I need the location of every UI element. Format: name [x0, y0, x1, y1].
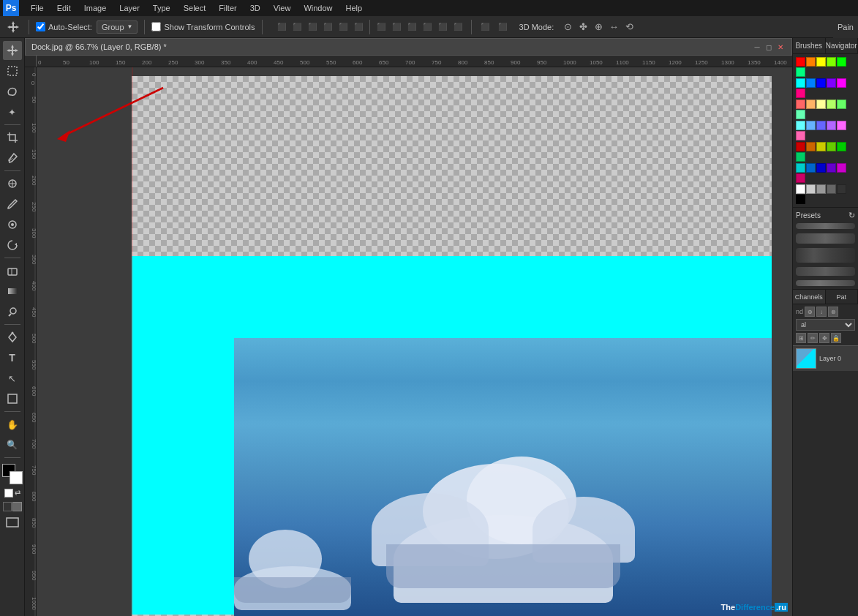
- menu-layer[interactable]: Layer: [113, 2, 146, 14]
- show-transform-checkbox[interactable]: Show Transform Controls: [151, 22, 255, 31]
- tab-brushes[interactable]: Brushes: [793, 38, 826, 53]
- swatch-rose[interactable]: [796, 89, 805, 98]
- swatch-med-gray[interactable]: [816, 184, 826, 194]
- swatch-lt-green[interactable]: [837, 99, 846, 109]
- show-transform-input[interactable]: [151, 22, 161, 31]
- healing-brush-tool[interactable]: [3, 174, 22, 193]
- pen-tool[interactable]: [3, 328, 22, 347]
- menu-select[interactable]: Select: [178, 2, 212, 14]
- menu-file[interactable]: File: [25, 2, 50, 14]
- arrange-icon[interactable]: ⬛: [478, 20, 492, 34]
- layer-thumbnail[interactable]: [796, 348, 816, 369]
- restore-button[interactable]: ◻: [764, 42, 774, 52]
- ruler-corner[interactable]: [25, 56, 37, 67]
- swatch-violet[interactable]: [827, 78, 836, 88]
- swatch-red[interactable]: [796, 57, 805, 67]
- menu-image[interactable]: Image: [78, 2, 113, 14]
- channels-icon-3[interactable]: ⊗: [828, 307, 838, 317]
- distribute-right-icon[interactable]: ⬛: [451, 20, 464, 34]
- swatch-dkr-gray[interactable]: [837, 184, 846, 194]
- preset-brush-4[interactable]: [796, 267, 855, 276]
- preset-brush-2[interactable]: [796, 233, 855, 244]
- preset-brush-5[interactable]: [796, 280, 855, 286]
- group-dropdown[interactable]: Group ▼: [97, 20, 138, 34]
- crop-tool[interactable]: [3, 128, 22, 147]
- swatch-dk-red[interactable]: [796, 142, 805, 151]
- selection-tool[interactable]: [3, 61, 22, 80]
- auto-align-icon[interactable]: ⬛: [496, 20, 509, 34]
- lock-move-icon[interactable]: ✥: [819, 333, 829, 343]
- swatch-lt-lime[interactable]: [827, 99, 836, 109]
- swatch-spring[interactable]: [796, 67, 805, 77]
- auto-select-checkbox[interactable]: Auto-Select:: [36, 22, 92, 31]
- preset-brush-3[interactable]: [796, 248, 855, 263]
- swatch-white[interactable]: [796, 184, 805, 194]
- distribute-left-icon[interactable]: ⬛: [421, 20, 434, 34]
- hand-tool[interactable]: ✋: [3, 415, 22, 434]
- swatch-dk-lime[interactable]: [827, 142, 836, 151]
- tab-paths[interactable]: Pat: [826, 290, 859, 304]
- swatch-lt-rose[interactable]: [796, 131, 805, 140]
- menu-window[interactable]: Window: [298, 2, 338, 14]
- channels-icon-2[interactable]: ↓: [816, 307, 827, 317]
- path-selection-tool[interactable]: ↖: [3, 369, 22, 388]
- swatch-lt-cyan[interactable]: [796, 121, 805, 130]
- shape-tool[interactable]: [3, 389, 22, 408]
- swatch-cyan[interactable]: [796, 78, 805, 88]
- opacity-select[interactable]: al: [796, 319, 855, 331]
- gradient-tool[interactable]: [3, 282, 22, 301]
- canvas-viewport[interactable]: [37, 67, 792, 616]
- preset-brush-1[interactable]: [796, 223, 855, 229]
- minimize-button[interactable]: ─: [752, 42, 762, 52]
- swatch-green[interactable]: [837, 57, 846, 67]
- swatch-black[interactable]: [796, 195, 805, 204]
- align-top-icon[interactable]: ⬛: [275, 20, 288, 34]
- swatch-lt-azure[interactable]: [806, 121, 816, 130]
- standard-mode-icon[interactable]: [3, 502, 12, 511]
- swatch-yellow[interactable]: [816, 57, 826, 67]
- swatch-dk-azure[interactable]: [806, 163, 816, 173]
- swatch-dk-violet[interactable]: [827, 163, 836, 173]
- swatch-lt-blue[interactable]: [816, 121, 826, 130]
- menu-view[interactable]: View: [268, 2, 297, 14]
- auto-select-input[interactable]: [36, 22, 45, 31]
- 3d-icon-2[interactable]: ✤: [576, 20, 590, 34]
- distribute-bottom-icon[interactable]: ⬛: [405, 20, 418, 34]
- align-hcenter-icon[interactable]: ⬛: [336, 20, 350, 34]
- eraser-tool[interactable]: [3, 261, 22, 280]
- swatch-lt-spring[interactable]: [796, 110, 805, 119]
- distribute-vc-icon[interactable]: ⬛: [390, 20, 403, 34]
- swatch-lt-orange[interactable]: [806, 99, 816, 109]
- quick-mask-mode-icon[interactable]: [12, 502, 22, 511]
- default-colors-icon[interactable]: [4, 489, 13, 497]
- swatch-dk-spring[interactable]: [796, 152, 805, 162]
- lock-paint-icon[interactable]: ✏: [808, 333, 818, 343]
- tab-channels[interactable]: Channels: [793, 290, 826, 304]
- clone-stamp-tool[interactable]: [3, 215, 22, 234]
- align-left-icon[interactable]: ⬛: [321, 20, 334, 34]
- align-bottom-icon[interactable]: ⬛: [306, 20, 319, 34]
- align-vcenter-icon[interactable]: ⬛: [290, 20, 304, 34]
- swatch-dk-blue[interactable]: [816, 163, 826, 173]
- text-tool[interactable]: T: [3, 348, 22, 367]
- swatch-lt-magenta[interactable]: [837, 121, 846, 130]
- swatch-magenta[interactable]: [837, 78, 846, 88]
- 3d-icon-1[interactable]: ⊙: [561, 20, 574, 34]
- menu-3d[interactable]: 3D: [244, 2, 266, 14]
- lasso-tool[interactable]: [3, 82, 22, 101]
- 3d-icon-5[interactable]: ⟲: [622, 20, 636, 34]
- lock-transparent-icon[interactable]: ⊞: [796, 333, 806, 343]
- zoom-tool[interactable]: 🔍: [3, 435, 22, 454]
- distribute-hc-icon[interactable]: ⬛: [436, 20, 449, 34]
- 3d-icon-3[interactable]: ⊕: [592, 20, 605, 34]
- swatch-lt-gray[interactable]: [806, 184, 816, 194]
- background-color[interactable]: [10, 471, 23, 484]
- swatch-dk-yellow[interactable]: [816, 142, 826, 151]
- tab-navigator[interactable]: Navigator: [826, 38, 859, 53]
- move-tool[interactable]: [3, 41, 22, 60]
- swatch-dk-rose[interactable]: [796, 173, 805, 183]
- swatch-dk-magenta[interactable]: [837, 163, 846, 173]
- eyedropper-tool[interactable]: [3, 149, 22, 168]
- 3d-icon-4[interactable]: ↔: [607, 20, 620, 34]
- swatch-blue[interactable]: [816, 78, 826, 88]
